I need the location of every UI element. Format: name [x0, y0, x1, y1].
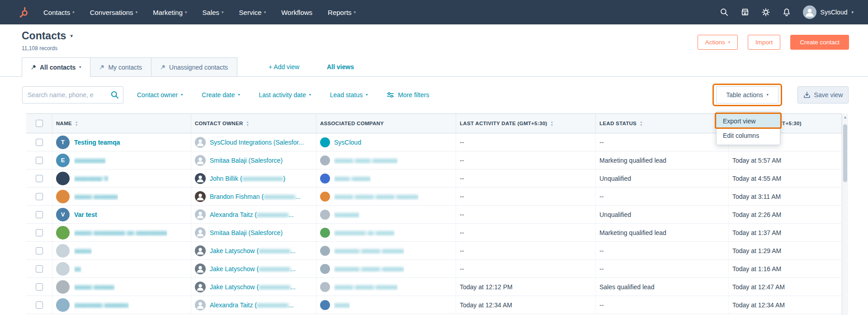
column-header-lead-status[interactable]: LEAD STATUS▲▼: [596, 114, 729, 133]
row-checkbox[interactable]: [36, 175, 43, 182]
contact-owner-link[interactable]: John Billik (xxxxxxxxxxxxx): [210, 175, 285, 182]
contact-owner-link[interactable]: Jake Latyschow (xxxxxxxxxx...: [210, 265, 296, 273]
notifications-bell-icon[interactable]: [782, 8, 791, 17]
search-icon[interactable]: [110, 90, 119, 99]
column-header-associated-company[interactable]: ASSOCIATED COMPANY: [316, 114, 456, 133]
nav-item-marketing[interactable]: Marketing▾: [153, 9, 187, 16]
account-menu[interactable]: SysCloud ▾: [803, 5, 854, 19]
company-link[interactable]: xxxxx: [334, 301, 350, 309]
contact-name-link[interactable]: xxxxx xxxxxxx: [74, 193, 118, 200]
lead-status-cell: Marketing qualified lead: [596, 224, 729, 241]
chevron-down-icon: ▾: [70, 33, 73, 38]
contact-name-link[interactable]: Testing teamqa: [74, 139, 120, 146]
text-segment: John Billik (: [210, 175, 242, 182]
row-checkbox[interactable]: [36, 283, 43, 291]
row-checkbox[interactable]: [36, 157, 43, 164]
filter-create-date[interactable]: Create date▾: [202, 91, 240, 99]
menu-item-export-view[interactable]: Export view: [717, 114, 780, 128]
company-link[interactable]: SysCloud: [334, 139, 361, 146]
select-all-checkbox[interactable]: [36, 120, 43, 127]
nav-item-reports[interactable]: Reports▾: [328, 9, 356, 16]
tab-my-contacts[interactable]: My contacts: [90, 57, 151, 77]
contact-avatar: [56, 226, 70, 240]
column-header-last-activity-date-gmt-5-30[interactable]: LAST ACTIVITY DATE (GMT+5:30)▲▼: [456, 114, 596, 133]
contact-owner-link[interactable]: Smitaa Balaji (Salesforce): [210, 229, 283, 236]
contact-name-link[interactable]: xxxxxxxxx: [74, 157, 106, 164]
settings-gear-icon[interactable]: [761, 8, 770, 17]
scrollbar-thumb[interactable]: [843, 124, 847, 182]
page-title[interactable]: Contacts ▾: [22, 30, 73, 42]
contact-owner-link[interactable]: Smitaa Balaji (Salesforce): [210, 157, 283, 164]
row-checkbox[interactable]: [36, 229, 43, 236]
table-row: xxxxxxxx VJohn Billik (xxxxxxxxxxxxx)xxx…: [26, 169, 842, 188]
menu-item-edit-columns[interactable]: Edit columns: [717, 128, 780, 143]
filter-contact-owner[interactable]: Contact owner▾: [137, 91, 183, 99]
create-date-cell: Today at 2:26 AM: [729, 206, 842, 223]
marketplace-icon[interactable]: [741, 8, 750, 17]
company-link[interactable]: xxxxxxxx xxxxxx xxxxxxx: [334, 247, 404, 254]
company-link[interactable]: xxxxxx xxxxx xxxxxxxx: [334, 157, 398, 164]
contact-owner-link[interactable]: Jake Latyschow (xxxxxxxxxx...: [210, 283, 296, 291]
row-select-cell: [26, 206, 52, 223]
vertical-scrollbar[interactable]: ▲: [842, 113, 848, 315]
more-filters-button[interactable]: More filters: [387, 91, 429, 99]
tab-unassigned-contacts[interactable]: Unassigned contacts: [151, 57, 237, 77]
company-link[interactable]: xxxxxxxx: [334, 211, 359, 218]
nav-item-contacts[interactable]: Contacts▾: [43, 9, 75, 16]
nav-item-conversations[interactable]: Conversations▾: [90, 9, 137, 16]
contact-name-link[interactable]: xx: [74, 265, 81, 273]
filter-lead-status[interactable]: Lead status▾: [330, 91, 368, 99]
redacted-text: xxxxxxxx xxxxxxx: [74, 301, 129, 309]
contact-name-link[interactable]: xxxxxxxx V: [74, 175, 108, 182]
column-header-contact-owner[interactable]: CONTACT OWNER▲▼: [191, 114, 316, 133]
lead-status-cell: Marketing qualified lead: [596, 151, 729, 169]
contact-owner-link[interactable]: Jake Latyschow (xxxxxxxxxx...: [210, 247, 296, 254]
contact-owner-link[interactable]: Brandon Fishman (xxxxxxxxxx...: [210, 193, 301, 200]
save-view-button[interactable]: Save view: [797, 86, 849, 103]
search-icon[interactable]: [720, 8, 729, 17]
row-checkbox[interactable]: [36, 265, 43, 273]
company-link[interactable]: xxxxxx xxxxxx xxxxxxx: [334, 283, 398, 291]
column-header-name[interactable]: NAME▲▼: [52, 114, 191, 133]
chevron-down-icon: ▾: [72, 10, 75, 14]
filter-last-activity-date[interactable]: Last activity date▾: [259, 91, 311, 99]
search-input[interactable]: [22, 86, 123, 103]
hubspot-logo-icon[interactable]: [17, 6, 30, 19]
contact-name-link[interactable]: Var test: [74, 211, 97, 218]
nav-item-sales[interactable]: Sales▾: [203, 9, 224, 16]
contact-name-link[interactable]: xxxxx xxxxxxxxx xx xxxxxxxxx: [74, 229, 167, 236]
pin-icon: [160, 65, 165, 70]
row-select-cell: [26, 296, 52, 314]
contact-owner-link[interactable]: SysCloud Integrations (Salesfor...: [210, 139, 304, 146]
import-button[interactable]: Import: [748, 35, 780, 50]
company-link[interactable]: xxxxxxxx xxxxxx xxxxxxx: [334, 265, 404, 273]
company-link[interactable]: xxxxxx xxxxxx xxxxxx xxxxxxx: [334, 193, 419, 200]
contact-owner-link[interactable]: Alexandra Taitz (xxxxxxxxxx...: [210, 301, 294, 309]
row-checkbox[interactable]: [36, 301, 43, 309]
owner-cell: Brandon Fishman (xxxxxxxxxx...: [191, 188, 316, 205]
company-link[interactable]: xxxxx xxxxxx: [334, 175, 371, 182]
contact-name-link[interactable]: xxxxxxxx xxxxxxx: [74, 301, 129, 309]
contact-name-link[interactable]: xxxxx: [74, 247, 92, 254]
sort-icon[interactable]: ▲▼: [550, 120, 553, 127]
redacted-text: xxxxxxxx: [334, 211, 359, 218]
row-checkbox[interactable]: [36, 139, 43, 146]
contact-owner-link[interactable]: Alexandra Taitz (xxxxxxxxxx...: [210, 211, 294, 218]
all-views-link[interactable]: All views: [327, 63, 354, 71]
row-checkbox[interactable]: [36, 247, 43, 254]
nav-item-service[interactable]: Service▾: [239, 9, 266, 16]
tab-all-contacts[interactable]: All contacts▾: [22, 57, 90, 77]
actions-button[interactable]: Actions ▾: [698, 35, 738, 50]
table-actions-button[interactable]: Table actions ▾: [716, 86, 778, 103]
row-checkbox[interactable]: [36, 211, 43, 218]
nav-item-workflows[interactable]: Workflows: [281, 9, 312, 16]
scroll-up-arrow[interactable]: ▲: [842, 113, 848, 119]
sort-icon[interactable]: ▲▼: [640, 120, 643, 127]
sort-icon[interactable]: ▲▼: [246, 120, 250, 127]
contact-name-link[interactable]: xxxxx xxxxxx: [74, 283, 115, 291]
add-view-button[interactable]: + Add view: [269, 63, 299, 71]
create-contact-button[interactable]: Create contact: [790, 35, 849, 50]
sort-icon[interactable]: ▲▼: [75, 120, 78, 127]
row-checkbox[interactable]: [36, 193, 43, 200]
company-link[interactable]: xxxxxxxxxx xx xxxxxx: [334, 229, 395, 236]
